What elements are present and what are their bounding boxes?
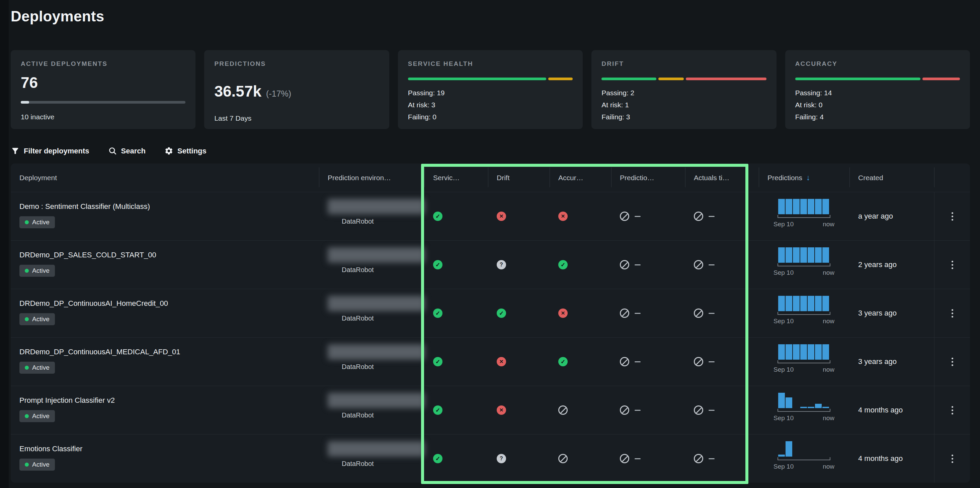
pass-check-icon: ✓ — [433, 309, 442, 318]
status-badge-label: Active — [32, 364, 49, 371]
empty-value-dash — [708, 410, 714, 411]
histogram-bar — [808, 296, 815, 311]
kebab-menu-button[interactable] — [948, 257, 956, 273]
kebab-menu-button[interactable] — [948, 306, 956, 321]
predictions-timeliness-cell — [611, 386, 685, 434]
not-enabled-icon — [694, 309, 703, 318]
created-label: 3 years ago — [858, 309, 897, 317]
column-header-service-health[interactable]: Servic… — [425, 163, 488, 192]
kebab-menu-button[interactable] — [948, 451, 956, 466]
deployment-name[interactable]: Prompt Injection Classifier v2 — [19, 396, 115, 405]
card-active-deployments: ACTIVE DEPLOYMENTS 76 10 inactive — [11, 50, 196, 129]
empty-value-dash — [635, 361, 641, 362]
not-enabled-icon — [694, 406, 703, 415]
column-header-drift[interactable]: Drift — [488, 163, 550, 192]
accuracy-status-cell: ✕ — [550, 192, 611, 240]
table-row[interactable]: DRDemo_DP_ContinuousAI_HomeCredit_00 Act… — [11, 289, 970, 337]
not-enabled-icon — [620, 212, 629, 221]
environment-type-label: DataRobot — [342, 218, 425, 225]
card-accuracy: ACCURACY Passing: 14 At risk: 0 Failing:… — [785, 50, 970, 129]
deployment-name[interactable]: Emotions Classifier — [19, 445, 82, 453]
pass-check-icon: ✓ — [433, 357, 442, 366]
kebab-menu-button[interactable] — [948, 209, 956, 224]
histogram-bar — [815, 247, 822, 263]
service-health-status-cell: ✓ — [425, 289, 488, 337]
table-header-row: Deployment Prediction environ… Servic… D… — [11, 163, 970, 192]
drift-status-cell: ✕ — [488, 337, 550, 386]
table-row[interactable]: Emotions Classifier Active DataRobot ✓ ?… — [11, 434, 970, 483]
settings-button[interactable]: Settings — [164, 146, 207, 155]
unknown-question-icon: ? — [497, 260, 506, 269]
histogram-bar — [800, 407, 807, 408]
deployment-name[interactable]: DRDemo_DP_ContinuousAI_MEDICAL_AFD_01 — [19, 348, 180, 356]
search-button[interactable]: Search — [108, 146, 146, 155]
kebab-menu-button[interactable] — [948, 403, 956, 418]
predictions-histogram — [778, 393, 830, 408]
drift-status-cell: ✓ — [488, 289, 550, 337]
actuals-timeliness-cell — [685, 337, 759, 386]
drift-failing: Failing: 3 — [601, 111, 766, 123]
histogram-bar — [822, 247, 829, 263]
filter-funnel-icon — [11, 146, 20, 155]
drift-passing: Passing: 2 — [601, 87, 766, 99]
pass-check-icon: ✓ — [558, 260, 568, 269]
column-header-prediction-environment[interactable]: Prediction environ… — [319, 163, 425, 192]
not-enabled-icon — [620, 454, 629, 463]
histogram-bar — [786, 441, 792, 456]
histogram-bar — [822, 344, 829, 360]
histogram-bar — [793, 247, 800, 263]
table-row[interactable]: DRDemo_DP_SALES_COLD_START_00 Active Dat… — [11, 240, 970, 289]
not-enabled-icon — [620, 406, 629, 415]
table-row[interactable]: Prompt Injection Classifier v2 Active Da… — [11, 386, 970, 434]
active-dot-icon — [25, 366, 29, 370]
histogram-bar — [778, 296, 785, 311]
deployment-name[interactable]: Demo : Sentiment Classifier (Multiclass) — [19, 202, 150, 211]
column-header-actuals-timeliness[interactable]: Actuals ti… — [685, 163, 759, 192]
deployment-name[interactable]: DRDemo_DP_SALES_COLD_START_00 — [19, 251, 156, 259]
fail-x-icon: ✕ — [497, 357, 506, 366]
histogram-range-bracket — [778, 409, 830, 412]
service-health-status-cell: ✓ — [425, 434, 488, 483]
empty-value-dash — [708, 361, 714, 362]
column-header-predictions[interactable]: Predictions ↓ — [759, 163, 850, 192]
summary-cards: ACTIVE DEPLOYMENTS 76 10 inactive PREDIC… — [11, 50, 970, 129]
environment-type-label: DataRobot — [342, 363, 425, 371]
column-header-created[interactable]: Created — [850, 163, 934, 192]
histogram-bar — [815, 404, 822, 408]
kebab-menu-button[interactable] — [948, 354, 956, 369]
redacted-environment-name — [328, 441, 425, 456]
histogram-bar — [778, 344, 785, 360]
column-header-deployment[interactable]: Deployment — [11, 163, 319, 192]
empty-value-dash — [708, 458, 714, 459]
not-enabled-icon — [620, 357, 629, 366]
predictions-timeliness-cell — [611, 289, 685, 337]
accuracy-status-cell: ✕ — [550, 289, 611, 337]
card-label: ACCURACY — [795, 60, 960, 68]
filter-deployments-button[interactable]: Filter deployments — [11, 146, 89, 155]
pass-check-icon: ✓ — [433, 454, 442, 463]
not-enabled-icon — [620, 260, 629, 269]
created-label: 2 years ago — [858, 260, 897, 269]
not-enabled-icon — [694, 357, 703, 366]
histogram-bar — [786, 247, 792, 263]
fail-x-icon: ✕ — [497, 406, 506, 415]
histogram-range-start: Sep 10 — [773, 317, 794, 325]
predictions-timeliness-cell — [611, 241, 685, 289]
status-badge-label: Active — [32, 267, 49, 274]
table-body: Demo : Sentiment Classifier (Multiclass)… — [11, 192, 970, 483]
table-row[interactable]: DRDemo_DP_ContinuousAI_MEDICAL_AFD_01 Ac… — [11, 337, 970, 386]
predictions-header-label: Predictions — [767, 174, 802, 182]
redacted-environment-name — [328, 393, 425, 408]
deployment-name[interactable]: DRDemo_DP_ContinuousAI_HomeCredit_00 — [19, 299, 168, 308]
column-header-accuracy[interactable]: Accur… — [550, 163, 611, 192]
histogram-bar — [778, 199, 785, 214]
drift-status-cell: ? — [488, 241, 550, 289]
stat-bar-segment — [795, 78, 921, 80]
histogram-range-bracket — [778, 360, 830, 363]
column-header-predictions-timeliness[interactable]: Predictio… — [611, 163, 685, 192]
settings-label: Settings — [177, 147, 207, 155]
service-health-status-cell: ✓ — [425, 337, 488, 386]
histogram-range-end: now — [823, 269, 834, 276]
predictions-histogram — [778, 296, 830, 311]
table-row[interactable]: Demo : Sentiment Classifier (Multiclass)… — [11, 192, 970, 240]
